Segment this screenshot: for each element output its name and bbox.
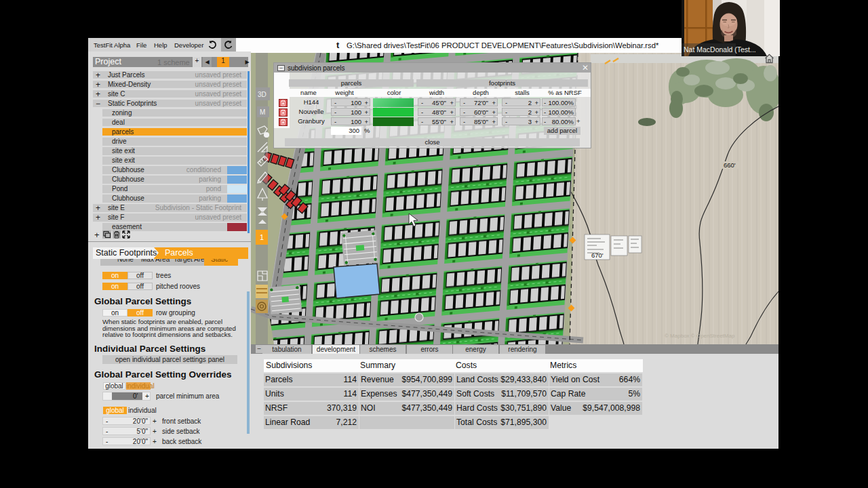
svg-text:1: 1 xyxy=(260,233,264,241)
svg-text:660': 660' xyxy=(724,161,736,169)
svg-text:© Mapbox © OpenStreetMap: © Mapbox © OpenStreetMap xyxy=(665,333,735,339)
svg-text:Nat MacDonald (Test...: Nat MacDonald (Test... xyxy=(684,45,756,54)
svg-text:670': 670' xyxy=(591,251,604,259)
svg-text:3D: 3D xyxy=(258,91,267,98)
svg-text:M: M xyxy=(260,108,265,116)
